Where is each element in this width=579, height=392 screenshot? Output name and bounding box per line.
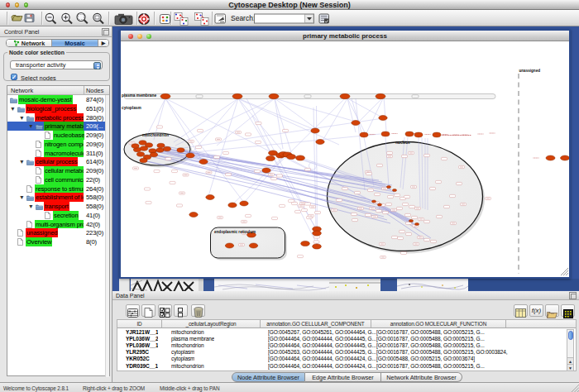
svg-text:Search:: Search: xyxy=(231,14,255,22)
svg-text:nucleus: nucleus xyxy=(395,141,410,145)
svg-text:endoplasmic reticulum: endoplasmic reticulum xyxy=(214,230,256,234)
svg-text:cytoplasm: cytoplasm xyxy=(122,106,141,110)
svg-text:plasma membrane: plasma membrane xyxy=(122,93,156,98)
svg-text:mitochondrion: mitochondrion xyxy=(142,133,169,137)
svg-text:unassigned: unassigned xyxy=(519,69,541,73)
